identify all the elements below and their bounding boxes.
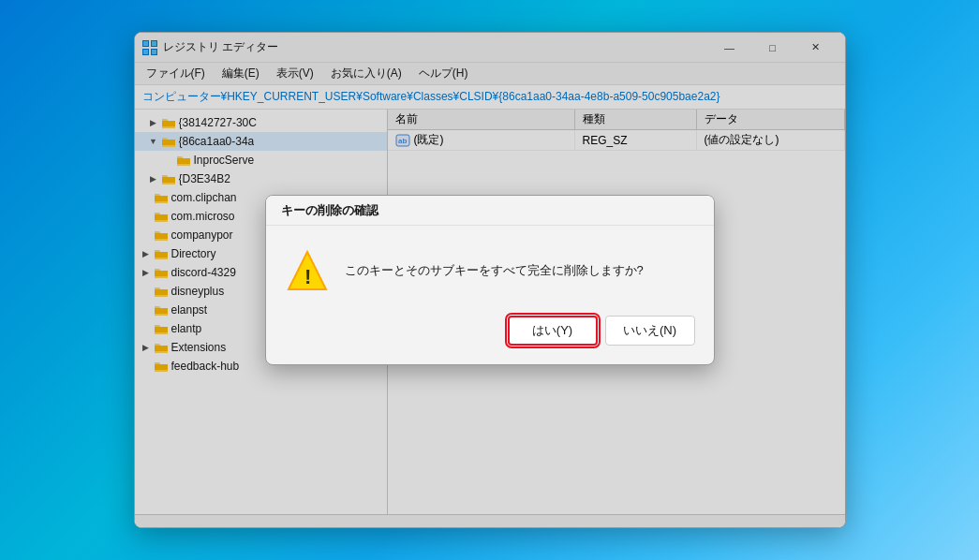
dialog-title-bar: キーの削除の確認 (266, 196, 714, 226)
dialog-body: ! このキーとそのサブキーをすべて完全に削除しますか? (266, 226, 714, 308)
dialog-buttons: はい(Y) いいえ(N) (266, 308, 714, 364)
yes-button[interactable]: はい(Y) (508, 316, 598, 346)
dialog-message: このキーとそのサブキーをすべて完全に削除しますか? (345, 261, 644, 280)
delete-confirm-dialog: キーの削除の確認 ! このキーとそのサブキーをすべて完全に削除しますか? はい(… (265, 195, 715, 365)
dialog-title: キーの削除の確認 (281, 202, 378, 219)
no-button[interactable]: いいえ(N) (605, 316, 695, 346)
modal-overlay: キーの削除の確認 ! このキーとそのサブキーをすべて完全に削除しますか? はい(… (135, 33, 845, 527)
registry-editor-window: レジストリ エディター — □ ✕ ファイル(F) 編集(E) 表示(V) お気… (134, 32, 846, 528)
svg-text:!: ! (304, 265, 311, 288)
warning-icon: ! (285, 248, 330, 293)
